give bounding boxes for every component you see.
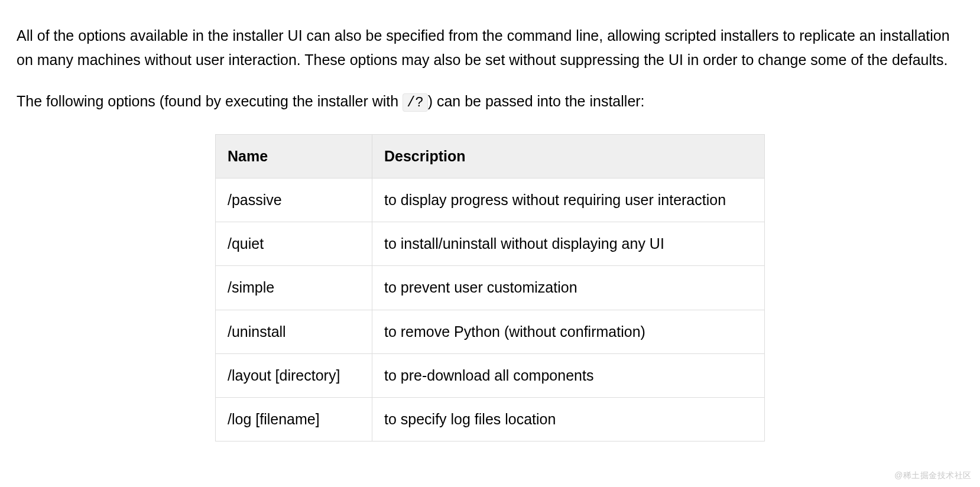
option-name: /simple [216,266,372,310]
table-row: /layout [directory] to pre-download all … [216,353,765,397]
intro-paragraph-1: All of the options available in the inst… [17,24,963,73]
option-name: /passive [216,178,372,222]
option-description: to prevent user customization [372,266,765,310]
option-name: /layout [directory] [216,353,372,397]
options-table-wrap: Name Description /passive to display pro… [17,134,963,442]
header-name: Name [216,134,372,178]
option-description: to display progress without requiring us… [372,178,765,222]
option-description: to remove Python (without confirmation) [372,310,765,353]
table-row: /passive to display progress without req… [216,178,765,222]
table-header-row: Name Description [216,134,765,178]
table-row: /log [filename] to specify log files loc… [216,398,765,441]
option-name: /log [filename] [216,398,372,441]
option-description: to install/uninstall without displaying … [372,222,765,266]
table-row: /quiet to install/uninstall without disp… [216,222,765,266]
intro-paragraph-2: The following options (found by executin… [17,89,963,114]
table-row: /simple to prevent user customization [216,266,765,310]
option-name: /quiet [216,222,372,266]
intro-p2-after: ) can be passed into the installer: [428,93,645,109]
option-name: /uninstall [216,310,372,353]
help-flag-code: /? [403,93,428,112]
option-description: to specify log files location [372,398,765,441]
intro-p2-before: The following options (found by executin… [17,93,403,109]
option-description: to pre-download all components [372,353,765,397]
header-description: Description [372,134,765,178]
table-row: /uninstall to remove Python (without con… [216,310,765,353]
options-table: Name Description /passive to display pro… [215,134,765,442]
